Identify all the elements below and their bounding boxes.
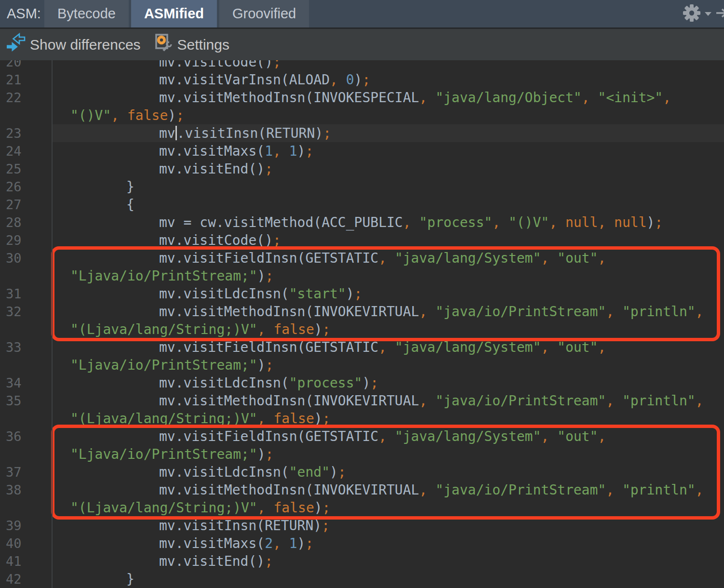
code-line-35[interactable]: 35mv.visitMethodInsn(INVOKEVIRTUAL, "jav… [0,392,724,410]
code-text: mv.visitLdcInsn("start"); [159,285,362,303]
settings-label: Settings [177,37,229,53]
code-line-34[interactable]: 34mv.visitLdcInsn("process"); [0,374,724,392]
code-line-25[interactable]: 25mv.visitEnd(); [0,160,724,178]
code-line-38[interactable]: 38mv.visitMethodInsn(INVOKEVIRTUAL, "jav… [0,481,724,499]
settings-wrench-icon [154,33,173,56]
code-line-30[interactable]: 30mv.visitFieldInsn(GETSTATIC, "java/lan… [0,249,724,267]
line-number: 40 [6,535,22,552]
code-line-33[interactable]: 33mv.visitFieldInsn(GETSTATIC, "java/lan… [0,338,724,356]
code-rows: 20mv.visitCode();21mv.visitVarInsn(ALOAD… [0,60,724,588]
settings-button[interactable]: Settings [154,33,229,56]
show-differences-label: Show differences [30,37,141,53]
gear-icon [682,3,702,25]
line-number: 37 [6,463,22,481]
code-text: "(Ljava/lang/String;)V", false); [70,499,330,517]
line-number: 24 [6,142,22,160]
line-number: 21 [6,71,22,89]
code-text: } [126,570,134,588]
tab-asmified[interactable]: ASMified [131,0,217,27]
line-number: 26 [6,178,22,196]
code-line-wrap[interactable]: "Ljava/io/PrintStream;"); [0,267,724,285]
line-number: 39 [6,517,22,535]
code-line-wrap[interactable]: "Ljava/io/PrintStream;"); [0,356,724,374]
code-line-wrap[interactable]: "(Ljava/lang/String;)V", false); [0,321,724,338]
code-text: mv.visitFieldInsn(GETSTATIC, "java/lang/… [159,338,606,356]
line-number: 41 [6,552,22,570]
code-line-39[interactable]: 39mv.visitInsn(RETURN); [0,517,724,535]
panel-title: ASM: [0,0,44,27]
code-line-40[interactable]: 40mv.visitMaxs(2, 1); [0,535,724,552]
show-differences-button[interactable]: Show differences [6,33,141,56]
code-text: { [126,196,134,214]
code-text: mv.visitFieldInsn(GETSTATIC, "java/lang/… [159,249,606,267]
line-number: 34 [6,374,22,392]
gear-menu-button[interactable] [682,3,711,25]
code-text: mv.visitInsn(RETURN); [159,517,330,535]
code-text: mv.visitMethodInsn(INVOKEVIRTUAL, "java/… [159,303,703,321]
code-text: "Ljava/io/PrintStream;"); [70,356,273,374]
code-line-28[interactable]: 28mv = cw.visitMethod(ACC_PUBLIC, "proce… [0,214,724,231]
line-number: 28 [6,214,22,231]
code-line-21[interactable]: 21mv.visitVarInsn(ALOAD, 0); [0,71,724,89]
code-line-24[interactable]: 24mv.visitMaxs(1, 1); [0,142,724,160]
line-number: 22 [6,89,22,107]
line-number: 33 [6,338,22,356]
code-line-37[interactable]: 37mv.visitLdcInsn("end"); [0,463,724,481]
code-text: mv.visitLdcInsn("end"); [159,463,346,481]
line-number: 30 [6,249,22,267]
header-actions [682,0,724,27]
code-text: "(Ljava/lang/String;)V", false); [70,321,330,338]
code-line-27[interactable]: 27{ [0,196,724,214]
code-text: mv.visitEnd(); [159,160,273,178]
code-text: "Ljava/io/PrintStream;"); [70,445,273,463]
code-line-wrap[interactable]: "(Ljava/lang/String;)V", false); [0,410,724,428]
code-line-wrap[interactable]: "(Ljava/lang/String;)V", false); [0,499,724,517]
line-number: 23 [6,124,22,142]
code-line-41[interactable]: 41mv.visitEnd(); [0,552,724,570]
line-number: 20 [6,60,22,71]
code-text: mv.visitMethodInsn(INVOKESPECIAL, "java/… [159,89,671,107]
hide-panel-icon [715,3,724,25]
code-text: mv.visitInsn(RETURN); [159,124,331,142]
tab-strip: BytecodeASMifiedGroovified [44,0,309,27]
code-text: mv.visitMaxs(1, 1); [159,142,313,160]
line-number: 36 [6,428,22,445]
code-text: mv.visitMethodInsn(INVOKEVIRTUAL, "java/… [159,481,703,499]
tab-groovified[interactable]: Groovified [219,0,309,27]
code-text: mv.visitVarInsn(ALOAD, 0); [159,71,370,89]
code-line-22[interactable]: 22mv.visitMethodInsn(INVOKESPECIAL, "jav… [0,89,724,107]
hide-panel-button[interactable] [715,3,724,25]
code-line-20[interactable]: 20mv.visitCode(); [0,60,724,71]
line-number: 32 [6,303,22,321]
tool-window-header: ASM: BytecodeASMifiedGroovified [0,0,724,29]
code-text: mv.visitCode(); [159,231,281,249]
code-line-26[interactable]: 26} [0,178,724,196]
line-number: 42 [6,570,22,588]
diff-arrows-icon [6,33,26,56]
code-text: mv.visitCode(); [159,60,281,71]
code-text: mv.visitEnd(); [159,552,273,570]
code-text: mv.visitMethodInsn(INVOKEVIRTUAL, "java/… [159,392,703,410]
code-line-42[interactable]: 42} [0,570,724,588]
code-text: mv = cw.visitMethod(ACC_PUBLIC, "process… [159,214,663,231]
code-line-31[interactable]: 31mv.visitLdcInsn("start"); [0,285,724,303]
gutter-separator [52,60,53,588]
code-text: "(Ljava/lang/String;)V", false); [70,410,330,428]
code-line-29[interactable]: 29mv.visitCode(); [0,231,724,249]
line-number: 38 [6,481,22,499]
tab-bytecode[interactable]: Bytecode [44,0,129,27]
code-line-32[interactable]: 32mv.visitMethodInsn(INVOKEVIRTUAL, "jav… [0,303,724,321]
code-text: } [126,178,134,196]
code-line-23[interactable]: 23mv.visitInsn(RETURN); [0,124,724,142]
code-line-wrap[interactable]: "Ljava/io/PrintStream;"); [0,445,724,463]
code-text: mv.visitLdcInsn("process"); [159,374,378,392]
code-text: "()V", false); [70,107,184,124]
dropdown-arrow-icon [705,12,711,16]
code-line-wrap[interactable]: "()V", false); [0,107,724,124]
panel-toolbar: Show differences Settings [0,29,724,60]
code-editor[interactable]: 20mv.visitCode();21mv.visitVarInsn(ALOAD… [0,60,724,588]
code-text: mv.visitMaxs(2, 1); [159,535,313,552]
line-number: 35 [6,392,22,410]
code-line-36[interactable]: 36mv.visitFieldInsn(GETSTATIC, "java/lan… [0,428,724,445]
line-number: 27 [6,196,22,214]
